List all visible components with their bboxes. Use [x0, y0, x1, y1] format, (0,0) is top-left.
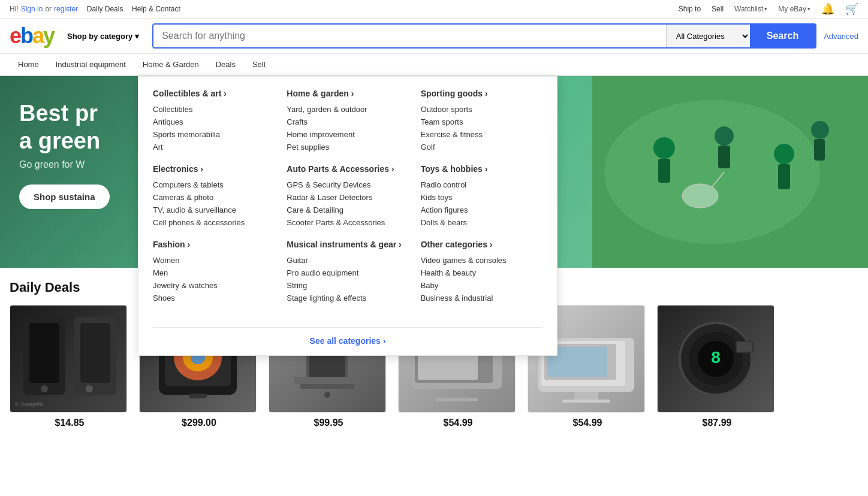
dropdown-title-electronics[interactable]: Electronics ›	[153, 164, 275, 174]
see-all-categories-link[interactable]: See all categories ›	[310, 336, 386, 346]
search-button[interactable]: Search	[750, 25, 815, 47]
advanced-label: Advanced	[824, 32, 858, 41]
dropdown-item-crafts[interactable]: Crafts	[287, 116, 408, 128]
dropdown-item-kids-toys[interactable]: Kids toys	[421, 191, 542, 204]
dropdown-item-dolls-bears[interactable]: Dolls & bears	[421, 216, 542, 229]
myebay-chevron-icon: ▾	[807, 6, 810, 12]
dropdown-title-collectibles[interactable]: Collectibles & art ›	[153, 89, 275, 98]
svg-point-14	[41, 385, 48, 392]
nav-item-home-garden[interactable]: Home & Garden	[134, 54, 207, 75]
dropdown-item-radar-laser[interactable]: Radar & Laser Detectors	[287, 191, 408, 204]
top-bar-right: Ship to Sell Watchlist ▾ My eBay ▾ 🔔 🛒	[679, 2, 858, 16]
dropdown-title-musical-instruments[interactable]: Musical instruments & gear ›	[287, 240, 408, 249]
dropdown-item-yard-garden[interactable]: Yard, garden & outdoor	[287, 103, 408, 116]
dropdown-item-art[interactable]: Art	[153, 141, 275, 153]
dropdown-item-cell-phones[interactable]: Cell phones & accessories	[153, 216, 275, 229]
dropdown-item-collectibles[interactable]: Collectibles	[153, 103, 275, 116]
main-content: Best pra green Go green for W Shop susta…	[0, 76, 868, 268]
dropdown-item-stage-lighting[interactable]: Stage lighting & effects	[287, 292, 408, 304]
deal-card-1: © Gadgetfix $14.85	[10, 305, 129, 428]
hi-text: Hi!	[10, 5, 19, 13]
dropdown-item-antiques[interactable]: Antiques	[153, 116, 275, 128]
search-input[interactable]	[153, 25, 666, 47]
search-bar: All Categories Search	[152, 23, 816, 49]
deal-price-1: $14.85	[10, 418, 129, 428]
dropdown-item-men[interactable]: Men	[153, 267, 275, 279]
dropdown-item-jewelry-watches[interactable]: Jewelry & watches	[153, 279, 275, 292]
dropdown-item-business-industrial[interactable]: Business & industrial	[421, 292, 542, 304]
dropdown-item-guitar[interactable]: Guitar	[287, 254, 408, 267]
dropdown-col-3: Sporting goods › Outdoor sports Team spo…	[421, 89, 542, 325]
watchlist-label: Watchlist	[734, 5, 763, 13]
dropdown-title-fashion[interactable]: Fashion ›	[153, 240, 275, 249]
dropdown-title-home-garden[interactable]: Home & garden ›	[287, 89, 408, 98]
dropdown-item-golf[interactable]: Golf	[421, 141, 542, 153]
dropdown-item-radio-control[interactable]: Radio control	[421, 179, 542, 191]
dropdown-item-women[interactable]: Women	[153, 254, 275, 267]
dropdown-item-health-beauty[interactable]: Health & beauty	[421, 267, 542, 279]
svg-point-4	[715, 126, 734, 146]
svg-rect-13	[29, 323, 59, 383]
nav-item-sell[interactable]: Sell	[244, 54, 274, 75]
svg-rect-45	[737, 342, 752, 352]
nav-bar: Home Industrial equipment Home & Garden …	[0, 54, 868, 76]
dropdown-title-auto-parts[interactable]: Auto Parts & Accessories ›	[287, 164, 408, 174]
help-contact-link[interactable]: Help & Contact	[132, 5, 180, 13]
logo[interactable]: ebay	[10, 23, 54, 49]
daily-deals-link[interactable]: Daily Deals	[87, 5, 123, 13]
myebay-button[interactable]: My eBay ▾	[778, 5, 810, 13]
dropdown-item-video-games[interactable]: Video games & consoles	[421, 254, 542, 267]
nav-item-deals[interactable]: Deals	[207, 54, 244, 75]
deal-price-4: $54.99	[398, 418, 518, 428]
sign-in-link[interactable]: Sign in	[21, 5, 43, 13]
sell-link[interactable]: Sell	[712, 5, 724, 13]
dropdown-item-pet-supplies[interactable]: Pet supplies	[287, 141, 408, 153]
dropdown-section-fashion: Fashion › Women Men Jewelry & watches Sh…	[153, 240, 275, 304]
dropdown-item-team-sports[interactable]: Team sports	[421, 116, 542, 128]
dropdown-section-electronics: Electronics › Computers & tablets Camera…	[153, 164, 275, 229]
register-link[interactable]: register	[54, 5, 78, 13]
notification-icon[interactable]: 🔔	[821, 2, 834, 16]
dropdown-item-shoes[interactable]: Shoes	[153, 292, 275, 304]
cart-icon[interactable]: 🛒	[845, 2, 858, 16]
nav-item-industrial[interactable]: Industrial equipment	[47, 54, 134, 75]
dropdown-section-home-garden: Home & garden › Yard, garden & outdoor C…	[287, 89, 408, 153]
dropdown-section-other-categories: Other categories › Video games & console…	[421, 240, 542, 304]
dropdown-item-baby[interactable]: Baby	[421, 279, 542, 292]
dropdown-title-toys-hobbies[interactable]: Toys & hobbies ›	[421, 164, 542, 174]
deal-image-6[interactable]: 8	[657, 305, 774, 413]
dropdown-col-2: Home & garden › Yard, garden & outdoor C…	[287, 89, 408, 325]
dropdown-item-home-improvement[interactable]: Home improvement	[287, 128, 408, 141]
top-bar: Hi! Sign in or register Daily Deals Help…	[0, 0, 868, 19]
dropdown-item-scooter-parts[interactable]: Scooter Parts & Accessories	[287, 216, 408, 229]
advanced-link[interactable]: Advanced	[824, 32, 858, 41]
dropdown-item-tv-audio[interactable]: TV, audio & surveillance	[153, 204, 275, 216]
dropdown-item-pro-audio[interactable]: Pro audio equipment	[287, 267, 408, 279]
deal-price-3: $99.95	[269, 418, 388, 428]
dropdown-title-other-categories[interactable]: Other categories ›	[421, 240, 542, 249]
dropdown-item-gps-security[interactable]: GPS & Security Devices	[287, 179, 408, 191]
svg-rect-9	[814, 139, 825, 161]
shop-by-category-button[interactable]: Shop by category ▾	[61, 27, 145, 46]
dropdown-item-computers-tablets[interactable]: Computers & tablets	[153, 179, 275, 191]
dropdown-section-musical-instruments: Musical instruments & gear › Guitar Pro …	[287, 240, 408, 304]
watchlist-button[interactable]: Watchlist ▾	[734, 5, 767, 13]
dropdown-title-sporting-goods[interactable]: Sporting goods ›	[421, 89, 542, 98]
nav-item-home[interactable]: Home	[10, 54, 47, 75]
dropdown-item-care-detailing[interactable]: Care & Detailing	[287, 204, 408, 216]
search-button-label: Search	[767, 31, 798, 41]
svg-point-28	[324, 392, 330, 398]
dropdown-section-toys-hobbies: Toys & hobbies › Radio control Kids toys…	[421, 164, 542, 229]
dropdown-item-exercise-fitness[interactable]: Exercise & fitness	[421, 128, 542, 141]
category-select[interactable]: All Categories	[666, 25, 750, 47]
dropdown-item-action-figures[interactable]: Action figures	[421, 204, 542, 216]
deal-image-1[interactable]: © Gadgetfix	[10, 305, 127, 413]
shop-by-category-label: Shop by category	[67, 32, 132, 41]
ship-to-link[interactable]: Ship to	[679, 5, 701, 13]
dropdown-item-outdoor-sports[interactable]: Outdoor sports	[421, 103, 542, 116]
dropdown-item-string[interactable]: String	[287, 279, 408, 292]
dropdown-item-cameras-photo[interactable]: Cameras & photo	[153, 191, 275, 204]
hero-cta-button[interactable]: Shop sustaina	[19, 185, 110, 209]
dropdown-item-sports-memorabilia[interactable]: Sports memorabilia	[153, 128, 275, 141]
svg-rect-31	[448, 389, 466, 398]
